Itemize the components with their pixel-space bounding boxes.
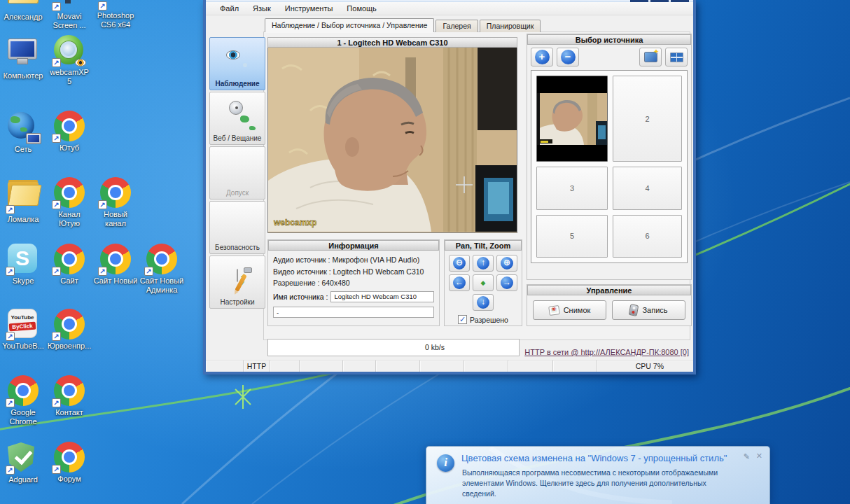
tab-monitoring[interactable]: Наблюдение / Выбор источника / Управлени… [265, 18, 434, 32]
shortcut-arrow-icon: ↗ [6, 267, 15, 276]
desktop-icon-skype[interactable]: ↗ Skype [1, 244, 46, 286]
desktop-icon-label: Сайт [47, 276, 92, 286]
desktop-icon-photoshop[interactable]: ↗ Photoshop CS6 x64 [93, 0, 138, 29]
info-icon: i [437, 454, 454, 472]
film-reel-icon [629, 304, 639, 316]
desktop-icon-youtube[interactable]: ↗ Ютуб [47, 111, 92, 153]
desktop-icon-adguard[interactable]: ↗ Adguard [1, 442, 46, 484]
desktop-icon-google-chrome[interactable]: ↗ Google Chrome [1, 375, 46, 426]
multiview-button[interactable] [665, 48, 688, 66]
shortcut-arrow-icon: ↗ [98, 1, 107, 10]
source-cell-6[interactable]: 6 [613, 215, 682, 258]
video-title: 1 - Logitech HD Webcam C310 [267, 37, 517, 48]
menu-help[interactable]: Помощь [340, 3, 384, 14]
sidebar-item-security[interactable]: Безопасность [209, 201, 265, 254]
desktop-icon-label: Photoshop CS6 x64 [93, 11, 138, 29]
tilt-up-button[interactable]: ↑ [473, 255, 494, 272]
desktop-icon-movavi[interactable]: ↗ Movavi Screen ... [47, 0, 92, 30]
remove-source-button[interactable]: − [557, 48, 579, 66]
shortcut-arrow-icon: ↗ [6, 332, 15, 341]
source-cell-5[interactable]: 5 [536, 215, 608, 258]
notification-title: Цветовая схема изменена на "Windows 7 - … [461, 453, 737, 463]
control-panel-title: Управление [527, 285, 691, 295]
photo-icon [548, 305, 560, 316]
video-panel: 1 - Logitech HD Webcam C310 [267, 37, 517, 233]
sidebar-item-settings[interactable]: Настройки [209, 255, 265, 309]
menu-bar: Файл Язык Инструменты Помощь [206, 2, 693, 15]
pan-right-button[interactable]: → [496, 274, 517, 291]
arrow-right-icon: → [501, 276, 513, 289]
source-extra-input[interactable] [273, 307, 434, 318]
desktop-icon-forum[interactable]: ↗ Форум [47, 442, 92, 484]
tab-scheduler[interactable]: Планировщик [480, 20, 541, 32]
menu-language[interactable]: Язык [246, 3, 278, 14]
arrow-left-icon: ← [453, 276, 466, 289]
monitor-badge-icon [26, 133, 41, 144]
desktop-icon-yurvoenpr[interactable]: ↗ Юрвоенпр... [47, 309, 92, 351]
desktop-icon-label: Форум [47, 475, 92, 484]
desktop-icon-kanal[interactable]: ↗ Канал Ютую [47, 177, 92, 228]
desktop-icon-webcamxp[interactable]: ↗ webcamXP 5 [47, 35, 92, 86]
sidebar-item-access[interactable]: Допуск [209, 146, 265, 200]
desktop-icon-kontakt[interactable]: ↗ Контакт [47, 375, 92, 417]
status-cell [300, 360, 343, 372]
source-thumbnail-1[interactable] [536, 76, 608, 162]
desktop-icon-lomalka[interactable]: ↗ Ломалка [1, 177, 46, 224]
desktop-icon-label: Сайт Новый Админка [139, 276, 184, 295]
menu-tools[interactable]: Инструменты [278, 3, 340, 14]
desktop-icon-ytbyclick[interactable]: ↗ YouTubeB... [1, 309, 46, 351]
add-source-button[interactable]: + [531, 48, 553, 66]
status-cell [553, 360, 597, 372]
center-icon: ◆ [481, 279, 486, 286]
desktop-icon-label: Ютуб [47, 144, 92, 153]
desktop-icon-label: Adguard [1, 475, 46, 484]
pan-left-button[interactable]: ← [449, 274, 470, 291]
status-cell [420, 360, 464, 372]
http-server-link[interactable]: HTTP в сети @ http://АЛЕКСАНДР-ПК:8080 [… [524, 348, 689, 356]
computer-icon [8, 38, 37, 59]
status-http: HTTP [244, 360, 270, 372]
source-cell-2[interactable]: 2 [613, 76, 682, 162]
desktop-icon-network[interactable]: Сеть [1, 111, 46, 154]
notification-body[interactable]: Выполняющаяся программа несовместима с н… [462, 468, 741, 499]
sidebar-item-monitoring[interactable]: Наблюдение [209, 37, 265, 90]
center-button[interactable]: ◆ [473, 274, 494, 291]
status-cell [376, 360, 420, 372]
source-cell-4[interactable]: 4 [613, 167, 682, 209]
status-cell [343, 360, 376, 372]
record-button[interactable]: Запись [612, 300, 685, 320]
desktop-icon-sait[interactable]: ↗ Сайт [47, 244, 92, 286]
shortcut-arrow-icon: ↗ [52, 398, 61, 407]
menu-file[interactable]: Файл [213, 3, 246, 14]
desktop-icon-sait-novy-adminka[interactable]: ↗ Сайт Новый Админка [139, 244, 184, 295]
shortcut-arrow-icon: ↗ [52, 332, 61, 341]
desktop-icon-label: Юрвоенпр... [47, 342, 92, 351]
info-panel: Информация Аудио источник : Микрофон (VI… [267, 239, 440, 326]
shortcut-arrow-icon: ↗ [6, 205, 15, 214]
source-name-input[interactable] [330, 291, 434, 302]
desktop-icon-label: Google Chrome [1, 408, 46, 426]
close-icon[interactable]: ✕ [756, 451, 762, 461]
preview-window-button[interactable] [639, 48, 662, 66]
desktop-icon-novy-kanal[interactable]: ↗ Новый канал [93, 177, 138, 228]
allowed-checkbox[interactable]: ✓ [458, 315, 467, 324]
desktop-icon-label: Skype [1, 276, 46, 286]
resolution-line: Разрешение : 640x480 [273, 277, 434, 289]
desktop-icon-alexandr[interactable]: Александр [1, 0, 46, 22]
shortcut-arrow-icon: ↗ [52, 200, 61, 209]
zoom-out-icon: ⊖ [453, 257, 466, 270]
tab-gallery[interactable]: Галерея [436, 20, 478, 32]
sidebar-item-web-broadcast[interactable]: Веб / Вещание [209, 92, 265, 145]
zoom-out-button[interactable]: ⊖ [449, 255, 470, 272]
preview-image-icon [644, 52, 657, 62]
desktop-icon-computer[interactable]: Компьютер [1, 35, 46, 80]
shortcut-arrow-icon: ↗ [98, 267, 107, 276]
snapshot-button[interactable]: Снимок [533, 300, 606, 320]
eye-badge-icon [75, 59, 86, 66]
desktop-icon-sait-novy[interactable]: ↗ Сайт Новый [93, 244, 138, 286]
folder-user-icon [8, 0, 39, 4]
zoom-in-button[interactable]: ⊕ [496, 255, 517, 272]
tilt-down-button[interactable]: ↓ [473, 294, 494, 311]
pin-icon[interactable]: ✎ [744, 452, 750, 461]
source-cell-3[interactable]: 3 [536, 167, 608, 209]
